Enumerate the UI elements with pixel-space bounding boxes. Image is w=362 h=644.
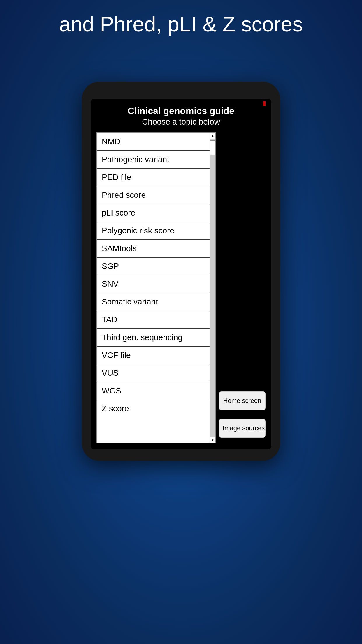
screen-title: Clinical genomics guide (128, 105, 234, 117)
action-buttons: Home screen Image sources (219, 132, 266, 443)
list-item[interactable]: SNV (97, 275, 210, 293)
list-item[interactable]: VCF file (97, 346, 210, 364)
home-screen-button[interactable]: Home screen (219, 391, 266, 410)
screen-subtitle: Choose a topic below (128, 117, 234, 127)
topic-list: NMDPathogenic variantPED filePhred score… (97, 133, 210, 443)
list-item[interactable]: Z score (97, 400, 210, 417)
scroll-up-button[interactable]: ▲ (210, 133, 215, 139)
image-sources-button[interactable]: Image sources (219, 419, 266, 438)
scroll-down-button[interactable]: ▼ (210, 437, 215, 443)
main-content: NMDPathogenic variantPED filePhred score… (96, 132, 266, 443)
battery-icon (263, 102, 266, 106)
phone-screen: Clinical genomics guide Choose a topic b… (91, 99, 271, 449)
list-item[interactable]: VUS (97, 364, 210, 382)
list-item[interactable]: WGS (97, 382, 210, 400)
page-title: and Phred, pLI & Z scores (42, 12, 320, 37)
phone-device: Clinical genomics guide Choose a topic b… (82, 82, 280, 461)
list-item[interactable]: NMD (97, 133, 210, 151)
list-item[interactable]: SAMtools (97, 240, 210, 258)
list-item[interactable]: PED file (97, 169, 210, 186)
list-item[interactable]: pLI score (97, 204, 210, 222)
list-item[interactable]: Pathogenic variant (97, 151, 210, 169)
list-item[interactable]: Somatic variant (97, 293, 210, 311)
screen-header: Clinical genomics guide Choose a topic b… (128, 105, 234, 127)
list-item[interactable]: Third gen. sequencing (97, 329, 210, 346)
topic-list-wrapper: NMDPathogenic variantPED filePhred score… (96, 132, 216, 443)
list-item[interactable]: TAD (97, 311, 210, 329)
scrollbar[interactable]: ▲ ▼ (210, 133, 215, 443)
list-item[interactable]: Polygenic risk score (97, 222, 210, 240)
list-item[interactable]: Phred score (97, 186, 210, 204)
list-item[interactable]: SGP (97, 258, 210, 275)
